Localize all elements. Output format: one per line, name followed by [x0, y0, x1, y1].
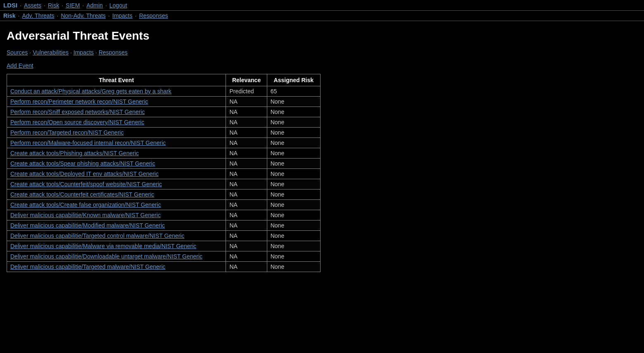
cell-assigned-risk: None — [267, 179, 320, 190]
cell-threat-event: Deliver malicious capabilitie/Targeted m… — [7, 262, 226, 272]
subnav-responses[interactable]: Responses — [139, 12, 168, 19]
threat-event-link[interactable]: Deliver malicious capabilitie/Downloadab… — [10, 253, 202, 260]
subnav-non-adv-threats[interactable]: Non-Adv. Threats — [61, 12, 105, 19]
sub-link-impacts[interactable]: Impacts — [74, 49, 94, 56]
threat-event-link[interactable]: Perform recon/Perimeter network recon/NI… — [10, 98, 148, 105]
page-sub-nav: Sources · Vulnerabilities · Impacts · Re… — [7, 49, 637, 56]
threat-event-link[interactable]: Create attack tools/Counterfeit certific… — [10, 191, 154, 198]
nav-risk[interactable]: Risk — [48, 2, 59, 9]
sub-sep-1: · — [70, 49, 72, 56]
cell-threat-event: Perform recon/Malware-focused internal r… — [7, 138, 226, 148]
cell-threat-event: Create attack tools/Spear phishing attac… — [7, 159, 226, 169]
cell-threat-event: Create attack tools/Counterfeit certific… — [7, 190, 226, 200]
cell-relevance: NA — [226, 179, 267, 190]
cell-assigned-risk: 65 — [267, 86, 320, 97]
table-row: Create attack tools/Deployed IT env atta… — [7, 169, 321, 179]
cell-assigned-risk: None — [267, 117, 320, 128]
cell-threat-event: Deliver malicious capabilitie/Known malw… — [7, 210, 226, 220]
subnav-impacts[interactable]: Impacts — [112, 12, 133, 19]
nav-admin[interactable]: Admin — [86, 2, 103, 9]
cell-threat-event: Deliver malicious capabilitie/Modified m… — [7, 220, 226, 231]
table-row: Deliver malicious capabilitie/Downloadab… — [7, 251, 321, 262]
subnav-sep-2: · — [108, 12, 110, 19]
threat-event-link[interactable]: Perform recon/Sniff exposed networks/NIS… — [10, 109, 145, 115]
table-row: Perform recon/Perimeter network recon/NI… — [7, 97, 321, 107]
cell-relevance: NA — [226, 138, 267, 148]
sep-3: · — [82, 2, 84, 9]
table-row: Create attack tools/Spear phishing attac… — [7, 159, 321, 169]
threat-event-link[interactable]: Create attack tools/Create false organiz… — [10, 201, 161, 208]
cell-assigned-risk: None — [267, 107, 320, 117]
cell-threat-event: Deliver malicious capabilitie/Malware vi… — [7, 241, 226, 251]
threat-event-link[interactable]: Deliver malicious capabilitie/Targeted m… — [10, 263, 166, 270]
cell-assigned-risk: None — [267, 190, 320, 200]
nav-brand[interactable]: LDSI — [3, 2, 17, 9]
add-event-link[interactable]: Add Event — [7, 62, 637, 69]
cell-threat-event: Create attack tools/Counterfeit/spoof we… — [7, 179, 226, 190]
subnav-sep-3: · — [135, 12, 137, 19]
cell-relevance: NA — [226, 210, 267, 220]
threat-event-link[interactable]: Deliver malicious capabilitie/Modified m… — [10, 222, 165, 229]
cell-assigned-risk: None — [267, 262, 320, 272]
cell-assigned-risk: None — [267, 169, 320, 179]
cell-assigned-risk: None — [267, 241, 320, 251]
col-header-assigned-risk: Assigned Risk — [267, 74, 320, 86]
cell-assigned-risk: None — [267, 128, 320, 138]
cell-relevance: NA — [226, 128, 267, 138]
table-row: Create attack tools/Phishing attacks/NIS… — [7, 148, 321, 159]
sub-link-responses[interactable]: Responses — [99, 49, 128, 56]
cell-assigned-risk: None — [267, 159, 320, 169]
threat-event-link[interactable]: Create attack tools/Counterfeit/spoof we… — [10, 181, 162, 187]
table-row: Conduct an attack/Physical attacks/Greg … — [7, 86, 321, 97]
cell-assigned-risk: None — [267, 138, 320, 148]
threat-event-link[interactable]: Perform recon/Targeted recon/NIST Generi… — [10, 129, 124, 136]
sep-2: · — [62, 2, 63, 9]
sub-link-vulnerabilities[interactable]: Vulnerabilities — [33, 49, 69, 56]
cell-threat-event: Create attack tools/Phishing attacks/NIS… — [7, 148, 226, 159]
cell-assigned-risk: None — [267, 251, 320, 262]
cell-assigned-risk: None — [267, 231, 320, 241]
threat-event-link[interactable]: Deliver malicious capabilitie/Known malw… — [10, 212, 161, 218]
threat-event-link[interactable]: Perform recon/Open source discovery/NIST… — [10, 119, 144, 126]
threat-event-link[interactable]: Deliver malicious capabilitie/Targeted c… — [10, 232, 184, 239]
nav-siem[interactable]: SIEM — [66, 2, 80, 9]
threat-event-link[interactable]: Create attack tools/Spear phishing attac… — [10, 160, 155, 167]
cell-assigned-risk: None — [267, 200, 320, 210]
cell-relevance: NA — [226, 231, 267, 241]
sub-navbar: Risk · Adv. Threats · Non-Adv. Threats ·… — [0, 11, 644, 21]
sep-4: · — [105, 2, 107, 9]
sub-link-sources[interactable]: Sources — [7, 49, 28, 56]
cell-assigned-risk: None — [267, 220, 320, 231]
table-row: Perform recon/Targeted recon/NIST Generi… — [7, 128, 321, 138]
cell-assigned-risk: None — [267, 97, 320, 107]
cell-relevance: NA — [226, 262, 267, 272]
cell-relevance: NA — [226, 220, 267, 231]
cell-relevance: NA — [226, 190, 267, 200]
threat-event-link[interactable]: Deliver malicious capabilitie/Malware vi… — [10, 243, 196, 249]
table-row: Perform recon/Malware-focused internal r… — [7, 138, 321, 148]
threat-events-table: Threat Event Relevance Assigned Risk Con… — [7, 74, 321, 272]
table-row: Create attack tools/Counterfeit/spoof we… — [7, 179, 321, 190]
cell-relevance: NA — [226, 241, 267, 251]
threat-event-link[interactable]: Conduct an attack/Physical attacks/Greg … — [10, 88, 171, 95]
top-navbar: LDSI · Assets · Risk · SIEM · Admin · Lo… — [0, 0, 644, 11]
nav-logout[interactable]: Logout — [109, 2, 127, 9]
cell-relevance: NA — [226, 148, 267, 159]
threat-event-link[interactable]: Create attack tools/Deployed IT env atta… — [10, 171, 159, 177]
cell-assigned-risk: None — [267, 210, 320, 220]
cell-assigned-risk: None — [267, 148, 320, 159]
cell-threat-event: Perform recon/Sniff exposed networks/NIS… — [7, 107, 226, 117]
cell-relevance: NA — [226, 159, 267, 169]
table-row: Create attack tools/Create false organiz… — [7, 200, 321, 210]
threat-event-link[interactable]: Perform recon/Malware-focused internal r… — [10, 140, 166, 146]
subnav-adv-threats[interactable]: Adv. Threats — [22, 12, 54, 19]
cell-relevance: NA — [226, 169, 267, 179]
cell-threat-event: Perform recon/Open source discovery/NIST… — [7, 117, 226, 128]
threat-event-link[interactable]: Create attack tools/Phishing attacks/NIS… — [10, 150, 139, 156]
nav-assets[interactable]: Assets — [24, 2, 41, 9]
table-row: Deliver malicious capabilitie/Targeted c… — [7, 231, 321, 241]
page-title: Adversarial Threat Events — [7, 29, 637, 43]
sep-0: · — [20, 2, 21, 9]
col-header-threat-event: Threat Event — [7, 74, 226, 86]
sep-1: · — [44, 2, 45, 9]
